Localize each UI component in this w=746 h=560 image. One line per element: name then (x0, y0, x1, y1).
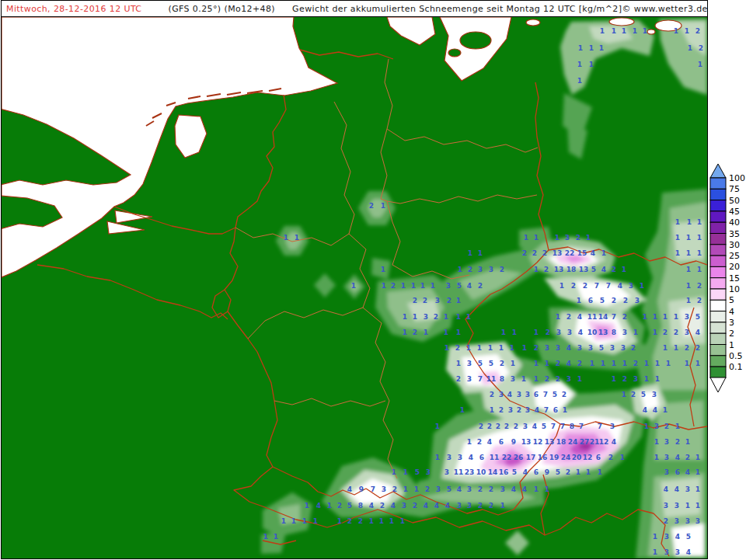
grid-value: 1 (686, 234, 691, 242)
grid-value: 1 (563, 406, 567, 414)
grid-value: 3 (478, 266, 483, 273)
grid-value: 1 (534, 485, 539, 493)
grid-value: 1 (612, 360, 616, 367)
grid-value: 1 (675, 218, 680, 226)
legend-cells (710, 178, 726, 377)
legend-label: 3 (729, 318, 734, 328)
grid-value: 2 (456, 375, 461, 383)
grid-value: 1 (403, 313, 407, 321)
grid-value: 1 (534, 375, 539, 383)
grid-value: 1 (586, 468, 591, 476)
legend-cell (710, 178, 726, 189)
bay (526, 19, 540, 26)
grid-value: 1 (653, 548, 657, 556)
grid-value: 4 (686, 548, 691, 556)
grid-value: 1 (490, 406, 494, 414)
grid-value: 13 (545, 438, 555, 446)
grid-value: 4 (664, 485, 668, 493)
grid-value: 3 (511, 375, 515, 383)
grid-value: 7 (560, 423, 565, 430)
grid-value: 1 (620, 454, 625, 461)
grid-value: 18 (556, 438, 566, 446)
grid-value: 3 (588, 344, 593, 352)
grid-value: 1 (468, 249, 472, 257)
grid-value: 1 (697, 234, 702, 242)
grid-value: 8 (612, 329, 616, 336)
grid-value: 4 (316, 502, 321, 510)
grid-value: 1 (281, 517, 286, 525)
grid-value: 1 (674, 344, 678, 352)
grid-value: 1 (411, 282, 416, 290)
island (448, 49, 461, 57)
grid-value: 5 (553, 391, 557, 398)
grid-value: 3 (467, 485, 472, 493)
grid-value: 1 (510, 344, 514, 352)
grid-value: 12 (533, 438, 543, 446)
model-label: (GFS 0.25°) (Mo12+48) (168, 4, 275, 14)
grid-value: 2 (489, 485, 493, 493)
island (460, 32, 491, 49)
grid-value: 1 (337, 517, 342, 525)
grid-value: 3 (566, 375, 571, 383)
grid-value: 4 (612, 438, 616, 446)
grid-value: 2 (380, 502, 385, 510)
grid-value: 1 (654, 454, 659, 461)
grid-value: 1 (589, 61, 594, 68)
grid-value: 3 (621, 344, 626, 352)
grid-value: 2 (347, 517, 352, 525)
grid-value: 2 (545, 375, 549, 383)
grid-value: 2 (664, 517, 668, 525)
legend-bottom-arrow (710, 377, 726, 392)
grid-value: 5 (457, 282, 462, 290)
grid-value: 1 (403, 485, 408, 493)
legend-label: 100 (729, 173, 745, 183)
grid-value: 2 (514, 423, 518, 430)
legend-cell (710, 189, 726, 200)
grid-value: 1 (456, 297, 461, 304)
legend-cell (710, 333, 726, 344)
grid-value: 3 (525, 391, 530, 398)
grid-value: 4 (578, 329, 583, 336)
title-bar: Mittwoch, 28-12-2016 12 UTC (GFS 0.25°) … (1, 0, 708, 18)
grid-value: 3 (610, 344, 615, 352)
grid-value: 2 (612, 266, 616, 273)
grid-value: 4 (511, 485, 516, 493)
grid-value: 4 (601, 266, 606, 273)
grid-value: 5 (599, 344, 604, 352)
grid-value: 4 (675, 454, 680, 461)
grid-value: 3 (517, 391, 521, 398)
grid-value: 11 (490, 454, 500, 461)
grid-value: 1 (640, 282, 644, 290)
grid-value: 1 (414, 485, 419, 493)
grid-value: 2 (631, 344, 636, 352)
grid-value: 5 (512, 468, 517, 476)
grid-value: 21 (590, 438, 600, 446)
grid-value: 1 (524, 234, 528, 242)
grid-value: 3 (467, 375, 472, 383)
grid-value: 19 (549, 454, 560, 461)
grid-value: 1 (351, 282, 356, 290)
grid-value: 1 (688, 44, 692, 52)
grid-value: 2 (583, 282, 587, 290)
grid-value: 2 (479, 423, 483, 430)
grid-value: 1 (695, 502, 700, 510)
legend-label: 1 (729, 340, 734, 350)
grid-value: 1 (644, 423, 649, 430)
grid-value: 3 (567, 329, 572, 336)
grid-value: 4 (507, 391, 512, 398)
grid-value: 1 (444, 329, 448, 336)
grid-value: 1 (686, 297, 691, 304)
grid-value: 1 (586, 234, 591, 242)
grid-value: 1 (697, 249, 702, 257)
grid-value: 1 (456, 329, 461, 336)
grid-value: 1 (403, 329, 407, 336)
grid-value: 1 (263, 533, 268, 541)
grid-value: 4 (532, 423, 537, 430)
grid-value: 4 (523, 468, 528, 476)
grid-value: 9 (545, 468, 549, 476)
grid-value: 2 (522, 249, 527, 257)
grid-value: 1 (622, 391, 626, 398)
grid-value: 3 (458, 454, 462, 461)
grid-value: 2 (434, 313, 438, 321)
map-canvas: 1111111211112111121111111113211111122213… (2, 17, 707, 558)
